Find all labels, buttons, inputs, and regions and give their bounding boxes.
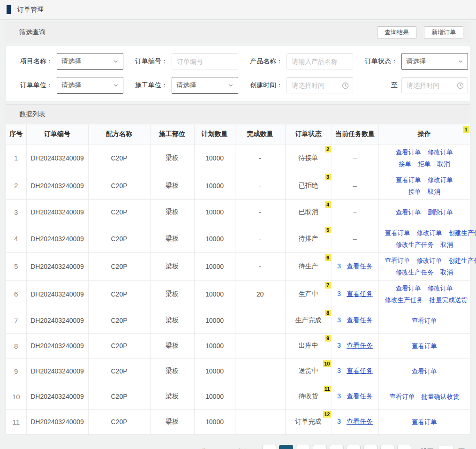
data-list-title: 数据列表 (19, 110, 45, 119)
action-link[interactable]: 查看订单 (385, 257, 410, 264)
cell-index: 5 (6, 252, 26, 280)
view-tasks-link[interactable]: 查看任务 (347, 316, 373, 324)
cell-index: 8 (6, 333, 26, 358)
action-link[interactable]: 查看订单 (396, 176, 421, 183)
cell-part: 梁板 (150, 280, 194, 308)
action-line: 修改生产任务取消 (382, 266, 468, 278)
next-page-button[interactable]: › (397, 445, 411, 449)
table-row: 9DH202403240009C20P梁板1000010送货中3查看任务查看订单 (6, 358, 470, 384)
cell-completed-qty (235, 333, 285, 358)
project-name-select[interactable]: 请选择 (57, 53, 123, 70)
action-line: 修改生产任务取消 (382, 239, 468, 251)
view-tasks-link[interactable]: 查看任务 (347, 262, 373, 270)
cell-formula: C20P (88, 252, 150, 280)
cell-order-no: DH202403240009 (26, 333, 88, 358)
action-line: 查看订单 (382, 340, 468, 352)
page-button[interactable]: 2 (296, 445, 310, 449)
action-link[interactable]: 修改订单 (417, 257, 442, 264)
filter-section-title: 筛选查询 (19, 28, 45, 37)
order-no-input[interactable] (172, 53, 238, 69)
select-value: 请选择 (406, 57, 426, 66)
action-link[interactable]: 修改生产任务 (396, 241, 434, 248)
cell-completed-qty: 20 (235, 280, 285, 308)
action-link[interactable]: 删除订单 (428, 209, 453, 216)
order-unit-select[interactable]: 请选择 (57, 77, 123, 94)
view-tasks-link[interactable]: 查看任务 (347, 392, 373, 400)
cell-planned-qty: 10000 (194, 144, 235, 172)
order-status-select[interactable]: 请选择 (401, 53, 468, 70)
view-tasks-link[interactable]: 查看任务 (347, 290, 373, 297)
action-link[interactable]: 查看订单 (412, 368, 437, 375)
page-ellipsis[interactable]: ... (363, 445, 378, 449)
page-button[interactable]: 3 (313, 445, 327, 449)
action-line: 接单拒单取消 (382, 158, 468, 170)
cell-part: 梁板 (150, 144, 194, 172)
cell-order-no: DH202403240009 (26, 308, 88, 333)
action-link[interactable]: 修改订单 (428, 285, 453, 292)
cell-formula: C20P (88, 280, 150, 308)
action-link[interactable]: 查看订单 (396, 285, 421, 292)
view-tasks-link[interactable]: 查看任务 (347, 418, 373, 425)
action-link[interactable]: 查看订单 (412, 419, 437, 426)
column-header: 序号 (6, 124, 26, 144)
action-link[interactable]: 修改订单 (417, 229, 442, 236)
action-link[interactable]: 接单 (408, 188, 421, 195)
action-link[interactable]: 查看订单 (389, 393, 415, 400)
cell-planned-qty: 10000 (194, 308, 235, 333)
action-link[interactable]: 修改生产任务 (396, 269, 434, 276)
action-link[interactable]: 取消 (440, 269, 453, 276)
product-name-input[interactable] (287, 53, 353, 69)
pagination-pages: ‹12345...50› (262, 445, 414, 449)
action-line: 查看订单 (382, 416, 468, 428)
action-link[interactable]: 取消 (428, 188, 440, 195)
action-link[interactable]: 查看订单 (385, 229, 410, 236)
cell-status: 9出库中 (285, 333, 332, 358)
page-header: 订单管理 (0, 0, 476, 20)
cell-actions: 查看订单修改订单接单取消 (378, 172, 470, 199)
action-link[interactable]: 修改订单 (428, 149, 453, 156)
action-link[interactable]: 查看订单 (412, 342, 437, 350)
action-line: 查看订单 (382, 365, 468, 377)
task-count: 3 (337, 262, 341, 270)
action-line: 查看订单修改订单 (382, 282, 468, 294)
page-button[interactable]: 1 (279, 445, 293, 449)
cell-order-no: DH202403240009 (26, 199, 88, 225)
action-link[interactable]: 批量完成送货 (430, 297, 468, 304)
view-tasks-link[interactable]: 查看任务 (347, 342, 373, 349)
action-link[interactable]: 取消 (440, 241, 453, 248)
cell-formula: C20P (88, 358, 150, 384)
jump-page-input[interactable] (438, 446, 454, 449)
add-order-button[interactable]: 新增订单 (424, 26, 463, 38)
column-header: 完成数量 (235, 124, 285, 144)
action-link[interactable]: 修改订单 (428, 176, 453, 183)
action-link[interactable]: 查看订单 (396, 149, 421, 156)
query-results-button[interactable]: 查询结果 (377, 26, 416, 38)
page-button[interactable]: 5 (347, 445, 361, 449)
cell-task-count: 3查看任务 (332, 280, 378, 308)
action-link[interactable]: 创建生产任务 (449, 257, 476, 264)
field-order-unit: 订单单位： 请选择 (19, 77, 134, 94)
cell-index: 6 (6, 280, 26, 308)
cell-planned-qty: 10000 (194, 225, 235, 252)
cell-actions: 查看订单修改订单接单拒单取消 (378, 144, 470, 172)
action-link[interactable]: 批量确认收货 (421, 393, 459, 400)
cell-task-count: 3查看任务 (332, 384, 378, 409)
status-text: 生产中 (299, 290, 318, 297)
cell-order-no: DH202403240009 (26, 409, 88, 434)
page-button[interactable]: 4 (330, 445, 344, 449)
construction-unit-select[interactable]: 请选择 (172, 77, 238, 94)
cell-completed-qty (235, 409, 285, 434)
action-link[interactable]: 修改生产任务 (385, 297, 423, 304)
prev-page-button[interactable]: ‹ (262, 445, 276, 449)
action-link[interactable]: 查看订单 (396, 209, 421, 216)
view-tasks-link[interactable]: 查看任务 (347, 367, 373, 374)
status-text: 待接单 (299, 154, 318, 161)
action-link[interactable]: 创建生产任务 (449, 229, 476, 236)
cell-planned-qty: 10000 (194, 358, 235, 384)
page-button[interactable]: 50 (380, 445, 394, 449)
action-link[interactable]: 接单 (399, 160, 411, 167)
action-link[interactable]: 拒单 (418, 160, 431, 167)
action-link[interactable]: 取消 (437, 160, 450, 167)
chevron-down-icon (228, 83, 234, 88)
action-link[interactable]: 查看订单 (412, 317, 437, 324)
